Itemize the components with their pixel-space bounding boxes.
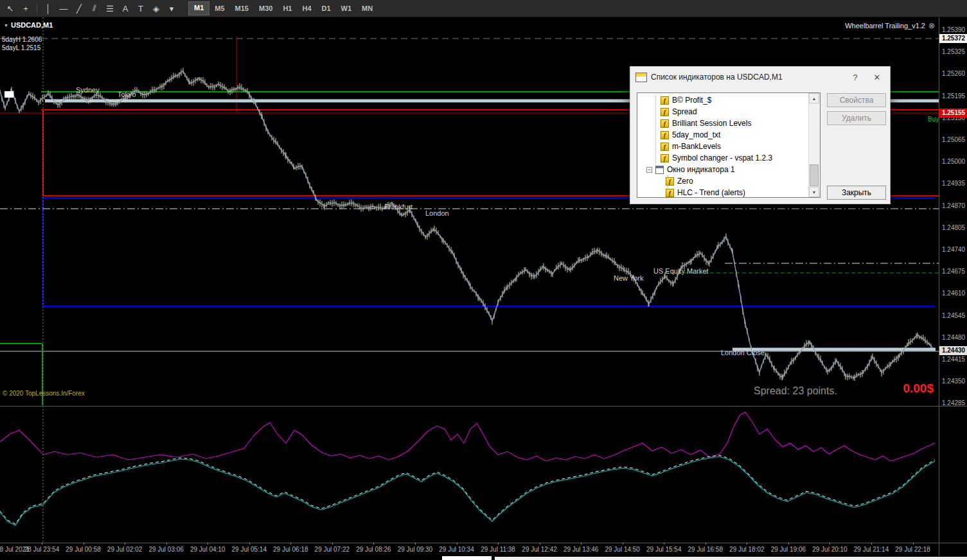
dialog-title: Список индикаторов на USDCAD,M1 <box>651 73 842 82</box>
time-tick <box>498 543 499 545</box>
time-tick <box>332 543 333 545</box>
indicators-dialog-icon <box>635 73 647 82</box>
time-tick <box>373 543 374 545</box>
time-label: 29 Jul 11:38 <box>481 546 515 553</box>
indicator-item-label: Brilliant Session Levels <box>672 119 751 128</box>
price-label: 1.24415 <box>942 356 965 363</box>
time-tick <box>871 543 872 545</box>
time-label: 29 Jul 19:06 <box>771 546 806 553</box>
indicator-item-label: 5day_mod_txt <box>672 130 720 139</box>
time-label: 29 Jul 16:58 <box>688 546 723 553</box>
indicators-listbox: fB© Profit_$fSpreadfBrilliant Session Le… <box>637 92 821 198</box>
open-price-badge: 1.25372 <box>939 34 967 43</box>
dialog-titlebar[interactable]: Список индикаторов на USDCAD,M1 ? ✕ <box>630 67 890 87</box>
list-scrollbar[interactable]: ▲ ▼ <box>808 93 820 197</box>
time-tick <box>208 543 208 545</box>
price-label: 1.24935 <box>942 180 965 187</box>
mt4-window: ↖+│—╱⫽☰AT◈▾ M1M5M15M30H1H4D1W1MN ▼ USDCA… <box>0 0 967 560</box>
london-close-price-badge: 1.24430 <box>939 346 967 355</box>
time-tick <box>457 543 457 545</box>
indicator-item-label: m-BankLevels <box>672 142 721 151</box>
price-label: 1.24350 <box>942 378 965 385</box>
time-label: 29 Jul 15:54 <box>646 546 682 553</box>
indicator-item-label: B© Profit_$ <box>672 96 712 105</box>
price-label: 1.25390 <box>942 27 965 33</box>
indicator-f-icon: f <box>661 108 669 116</box>
indicator-f-icon: f <box>661 96 669 105</box>
time-label: 29 Jul 06:18 <box>273 546 308 553</box>
time-tick <box>788 543 789 545</box>
price-label: 1.25195 <box>942 93 965 100</box>
delete-button[interactable]: Удалить <box>827 111 886 125</box>
indicator-f-icon: f <box>666 189 674 197</box>
close-button[interactable]: Закрыть <box>827 186 886 200</box>
dialog-help-button[interactable]: ? <box>846 69 864 85</box>
price-label: 1.24610 <box>942 290 965 297</box>
time-label: 29 Jul 10:34 <box>439 546 474 553</box>
time-label: 29 Jul 22:18 <box>895 546 930 553</box>
price-label: 1.24675 <box>942 268 965 275</box>
time-label: 29 Jul 05:14 <box>232 546 267 553</box>
scroll-down-icon[interactable]: ▼ <box>809 187 819 197</box>
dialog-close-icon[interactable]: ✕ <box>868 69 886 85</box>
pane-separator[interactable] <box>0 406 967 407</box>
price-label: 1.24480 <box>942 335 965 341</box>
price-scale[interactable]: 1.253901.253251.252601.251951.251301.250… <box>939 17 967 556</box>
time-label: 29 Jul 04:10 <box>190 546 226 553</box>
time-tick <box>540 543 540 545</box>
indicator-item-spread[interactable]: fSpread <box>637 106 809 118</box>
time-tick <box>290 543 291 545</box>
indicator-item-hlc-trend-alerts[interactable]: fHLC - Trend (alerts) <box>637 187 809 198</box>
price-label: 1.24805 <box>942 225 965 231</box>
indicator-item-label: Symbol changer - vspat 1.2.3 <box>672 153 772 162</box>
indicator-f-icon: f <box>666 177 674 186</box>
price-label: 1.24545 <box>942 313 965 319</box>
indicator-window-icon <box>655 166 664 174</box>
time-tick <box>415 543 416 545</box>
time-label: 29 Jul 00:58 <box>66 546 101 553</box>
oscillator-signal-path <box>0 455 935 524</box>
indicator-item-symbol-changer-vspat-1-2-3[interactable]: fSymbol changer - vspat 1.2.3 <box>637 152 809 164</box>
bottom-window-edge-2 <box>495 557 967 560</box>
time-axis[interactable]: 28 Jul 202128 Jul 23:5429 Jul 00:5829 Ju… <box>0 543 967 556</box>
time-label: 29 Jul 13:46 <box>563 546 599 553</box>
price-label: 1.25325 <box>942 49 965 55</box>
indicator-item-brilliant-session-levels[interactable]: fBrilliant Session Levels <box>637 118 809 129</box>
time-label: 29 Jul 07:22 <box>315 546 350 553</box>
scroll-up-icon[interactable]: ▲ <box>809 93 819 103</box>
indicator-f-icon: f <box>661 154 669 162</box>
indicator-item-b-profit[interactable]: fB© Profit_$ <box>637 94 809 106</box>
tree-expander-icon[interactable]: − <box>646 167 652 173</box>
indicator-item-label: Spread <box>672 107 697 116</box>
indicator-item-окно-индикатора-1[interactable]: −Окно индикатора 1 <box>637 164 809 175</box>
ea-remove-icon[interactable]: ⊗ <box>928 21 935 30</box>
time-tick <box>623 543 623 545</box>
time-tick <box>581 543 581 545</box>
time-tick <box>42 543 42 545</box>
time-tick <box>84 543 84 545</box>
time-tick <box>125 543 125 545</box>
price-label: 1.25000 <box>942 159 965 165</box>
price-label: 1.24740 <box>942 247 965 253</box>
time-tick <box>913 543 914 545</box>
time-label: 29 Jul 20:10 <box>812 546 847 553</box>
oscillator-cyan-path <box>0 457 935 525</box>
bank-levels-marker[interactable] <box>4 91 13 98</box>
indicator-f-icon: f <box>661 143 669 151</box>
time-tick <box>705 543 706 545</box>
time-tick <box>664 543 664 545</box>
indicator-item-zero[interactable]: fZero <box>637 175 809 187</box>
price-label: 1.25065 <box>942 137 965 143</box>
properties-button[interactable]: Свойства <box>827 93 886 107</box>
time-label: 29 Jul 09:30 <box>398 546 433 553</box>
time-label: 29 Jul 21:14 <box>854 546 889 553</box>
indicator-item-m-banklevels[interactable]: fm-BankLevels <box>637 141 809 152</box>
time-label: 29 Jul 08:26 <box>356 546 391 553</box>
scroll-thumb[interactable] <box>810 164 819 186</box>
time-label: 29 Jul 12:42 <box>522 546 557 553</box>
indicator-item-5day-mod-txt[interactable]: f5day_mod_txt <box>637 129 809 141</box>
time-tick <box>249 543 250 545</box>
indicator-item-label: Окно индикатора 1 <box>667 165 735 174</box>
indicator-f-icon: f <box>661 119 669 128</box>
oscillator-magenta-path <box>0 412 935 461</box>
